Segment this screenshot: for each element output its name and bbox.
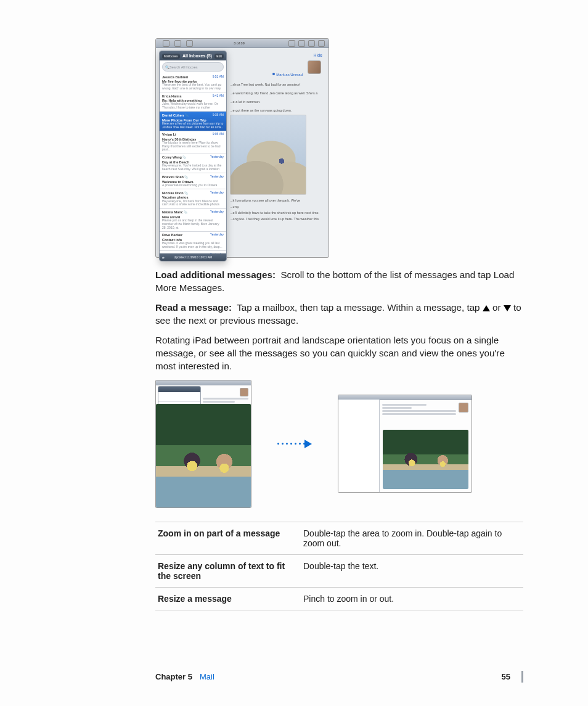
- up-arrow-icon: [174, 40, 181, 47]
- footer-chapter: Chapter 5: [155, 672, 192, 681]
- message-list: Jessica Barbieri9:51 AMMy five favorite …: [160, 73, 226, 253]
- message-counter: 3 of 30: [193, 41, 285, 45]
- inbox-row: Natalia MaricYesterdayNew arrivalPlease …: [160, 209, 226, 232]
- email-body-bottom: ...k formations you see all over the par…: [230, 199, 322, 223]
- sender-avatar: [308, 60, 321, 74]
- edit-button: Edit: [214, 54, 224, 59]
- compose-icon: [318, 40, 325, 47]
- table-row: Resize a messagePinch to zoom in or out.: [155, 587, 523, 610]
- ipad-landscape-thumbnail: [338, 395, 472, 493]
- reply-icon: [308, 40, 315, 47]
- ipad-mail-screenshot: 3 of 30 Hide Mark as Unread ...shua Tree…: [155, 38, 329, 258]
- inbox-row: Daniel Cohen9:35 AMMore Photos From Our …: [160, 112, 226, 131]
- down-triangle-icon: [504, 305, 511, 311]
- inbox-row: Erica Haims9:41 AMRe: Help with somethin…: [160, 92, 226, 112]
- inbox-row: Corey WangYesterdayDay at the BeachHey e…: [160, 154, 226, 174]
- footer-page: 55: [502, 672, 510, 681]
- ipad-toolbar: 3 of 30: [156, 39, 329, 48]
- inbox-row: Jessica Barbieri9:51 AMMy five favorite …: [160, 73, 226, 92]
- inbox-row: Nicolas DivinYesterdayVacation photosHey…: [160, 189, 226, 209]
- inbox-button-icon: [163, 40, 169, 47]
- page-footer: Chapter 5 Mail 55: [0, 672, 588, 681]
- trash-icon: [298, 40, 305, 47]
- ipad-portrait-thumbnail: [155, 380, 251, 508]
- para-read-message: Read a message: Tap a mailbox, then tap …: [155, 302, 523, 327]
- inbox-footer: ⟳ Updated 11/19/10 10:01 AM: [160, 253, 226, 261]
- down-arrow-icon: [186, 40, 193, 47]
- up-triangle-icon: [483, 305, 490, 311]
- inbox-row: Dave BeckerYesterdayContact infoHey folk…: [160, 232, 226, 251]
- para-load-messages: Load additional messages: Scroll to the …: [155, 269, 523, 295]
- table-row: Zoom in on part of a messageDouble-tap t…: [155, 522, 523, 554]
- hide-button: Hide: [314, 53, 322, 57]
- email-photo-rocks: [230, 115, 306, 195]
- folder-icon: [288, 40, 295, 47]
- inbox-row: Bhavini ShahYesterdayWelcome to OttawaA …: [160, 173, 226, 189]
- rotation-arrow-icon: [277, 440, 312, 448]
- mark-unread-link: Mark as Unread: [272, 73, 303, 76]
- footer-section: Mail: [200, 672, 214, 681]
- footer-bar-icon: [521, 671, 523, 683]
- para-rotate: Rotating iPad between portrait and lands…: [155, 334, 523, 373]
- inbox-popover: Mailboxes All Inboxes (5) Edit 🔍 Search …: [159, 51, 227, 261]
- search-field: 🔍 Search All Inboxes: [162, 62, 224, 72]
- gesture-table: Zoom in on part of a messageDouble-tap t…: [155, 522, 523, 610]
- inbox-row: Vivian Li9:05 AMHarry's 30th BirthdayThe…: [160, 131, 226, 154]
- mailboxes-button: Mailboxes: [162, 54, 180, 59]
- table-row: Resize any column of text to fit the scr…: [155, 554, 523, 587]
- inbox-title: All Inboxes (5): [182, 54, 212, 58]
- orientation-figure-row: [155, 380, 523, 508]
- refresh-icon: ⟳: [162, 256, 165, 260]
